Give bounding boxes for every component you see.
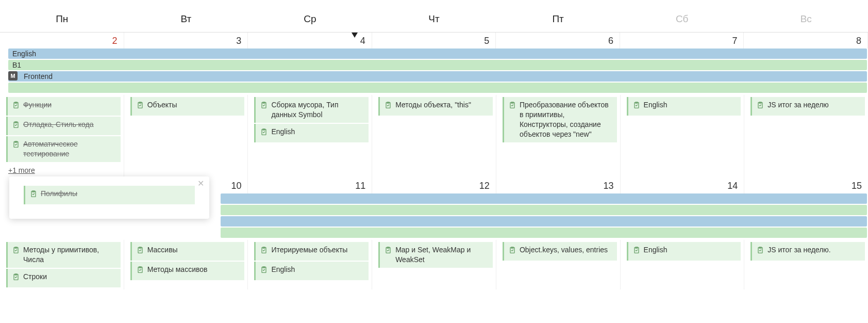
task-card[interactable]: Методы массивов (130, 262, 245, 280)
task-card[interactable]: Автоматическое тестирование (6, 136, 121, 162)
weekday-cell: Ср (248, 9, 372, 32)
task-card[interactable]: Отладка, Стиль кода (6, 117, 121, 135)
more-tasks-link[interactable]: +1 more (8, 166, 35, 174)
day-cell[interactable]: Object.keys, values, entries (496, 240, 621, 289)
task-card[interactable]: Методы объекта, "this" (378, 97, 493, 116)
clipboard-check-icon (12, 273, 20, 283)
date-cell[interactable]: 7 (620, 33, 744, 49)
task-card[interactable]: JS итог за неделю. (750, 242, 865, 261)
day-cell[interactable]: English (621, 95, 745, 177)
project-bar-sub[interactable] (221, 228, 867, 238)
task-text: Методы массивов (147, 265, 241, 274)
project-bar-frontend[interactable] (221, 216, 867, 227)
date-cell[interactable]: 11 (248, 177, 372, 193)
task-card[interactable]: English (627, 242, 741, 261)
task-card[interactable]: Методы у примитивов, Числа (6, 242, 121, 268)
project-bar-b1[interactable]: B1 (8, 60, 867, 70)
clipboard-check-icon (756, 101, 764, 111)
task-card[interactable]: JS итог за неделю (750, 97, 865, 116)
clipboard-check-icon (508, 246, 516, 256)
clipboard-check-icon (29, 190, 38, 200)
day-cell[interactable]: Функции Отладка, Стиль кода Автоматическ… (0, 95, 124, 177)
weekday-cell: Пн (0, 9, 124, 32)
task-card[interactable]: Object.keys, values, entries (503, 242, 617, 261)
clipboard-check-icon (260, 246, 268, 256)
clipboard-check-icon (12, 140, 20, 150)
weekday-cell: Вт (124, 9, 248, 32)
task-card[interactable]: English (627, 97, 741, 116)
task-card[interactable]: English (254, 124, 369, 142)
weekday-cell: Вс (744, 9, 868, 32)
task-text: Object.keys, values, entries (520, 245, 613, 255)
clipboard-check-icon (260, 128, 268, 138)
date-cell[interactable]: 2 (0, 33, 124, 49)
clipboard-check-icon (384, 101, 392, 111)
task-card[interactable]: Сборка мусора, Тип данных Symbol (254, 97, 369, 123)
task-text: Отладка, Стиль кода (23, 120, 116, 130)
task-card[interactable]: Строки (6, 269, 121, 287)
date-row: 2 3 4 5 6 7 8 (0, 33, 868, 49)
task-text: Методы объекта, "this" (395, 100, 489, 110)
task-card[interactable]: Объекты (130, 97, 245, 116)
task-card[interactable]: Полифилы (24, 186, 195, 204)
task-text: Полифилы (41, 189, 191, 199)
clipboard-check-icon (260, 266, 268, 276)
clipboard-check-icon (136, 266, 144, 276)
clipboard-check-icon (508, 101, 516, 111)
day-cell[interactable]: Преобразование объектов в примитивы, Кон… (496, 95, 621, 177)
day-cell[interactable]: Объекты (124, 95, 248, 177)
clipboard-check-icon (12, 101, 20, 111)
project-bar-b1[interactable] (221, 205, 867, 215)
date-cell[interactable]: 8 (744, 33, 868, 49)
day-cell[interactable]: Итерируемые объекты English (248, 240, 372, 289)
task-text: Объекты (147, 100, 241, 110)
clipboard-check-icon (136, 101, 144, 111)
day-cell[interactable]: Методы объекта, "this" (372, 95, 496, 177)
tasks-row: Методы у примитивов, Числа Строки Массив… (0, 240, 868, 289)
task-card[interactable]: English (254, 262, 369, 280)
task-text: Автоматическое тестирование (23, 139, 116, 159)
weekday-header-row: Пн Вт Ср Чт Пт Сб Вс (0, 0, 868, 33)
day-cell[interactable]: Методы у примитивов, Числа Строки (0, 240, 124, 289)
task-card[interactable]: Map и Set, WeakMap и WeakSet (378, 242, 493, 268)
task-text: English (271, 127, 364, 137)
project-bar-sub[interactable] (8, 83, 867, 93)
task-card[interactable]: Функции (6, 97, 121, 116)
task-card[interactable]: Преобразование объектов в примитивы, Кон… (503, 97, 617, 142)
date-cell[interactable]: 12 (372, 177, 496, 193)
task-text: JS итог за неделю. (767, 245, 861, 255)
task-card[interactable]: Массивы (130, 242, 245, 261)
date-cell[interactable]: 5 (372, 33, 496, 49)
task-text: Преобразование объектов в примитивы, Кон… (520, 100, 613, 139)
clipboard-check-icon (632, 246, 641, 256)
day-cell[interactable]: Map и Set, WeakMap и WeakSet (372, 240, 496, 289)
weekday-cell: Чт (372, 9, 496, 32)
date-cell[interactable]: 3 (124, 33, 248, 49)
clipboard-check-icon (632, 101, 641, 111)
project-bar-english[interactable] (221, 193, 867, 204)
task-card[interactable]: Итерируемые объекты (254, 242, 369, 261)
clipboard-check-icon (260, 101, 268, 111)
day-cell[interactable]: English (621, 240, 745, 289)
day-cell[interactable]: JS итог за неделю. (744, 240, 868, 289)
day-cell[interactable]: Сборка мусора, Тип данных Symbol English (248, 95, 372, 177)
clipboard-check-icon (384, 246, 392, 256)
day-cell[interactable]: JS итог за неделю (744, 95, 868, 177)
milestone-badge[interactable]: M (8, 71, 18, 80)
close-icon[interactable]: ✕ (197, 180, 204, 188)
date-cell[interactable]: 13 (496, 177, 621, 193)
task-text: Методы у примитивов, Числа (23, 245, 116, 265)
task-text: Итерируемые объекты (271, 245, 364, 255)
date-cell[interactable]: 6 (496, 33, 620, 49)
task-text: English (271, 265, 364, 274)
clipboard-check-icon (12, 121, 20, 131)
date-cell[interactable]: 14 (621, 177, 745, 193)
project-bar-english[interactable]: English (8, 49, 867, 59)
overflow-popover: ✕ Полифилы (9, 176, 209, 219)
day-cell[interactable]: Массивы Методы массивов (124, 240, 248, 289)
clipboard-check-icon (12, 246, 20, 256)
tasks-row: Функции Отладка, Стиль кода Автоматическ… (0, 95, 868, 177)
date-cell[interactable]: 15 (744, 177, 868, 193)
task-text: Map и Set, WeakMap и WeakSet (395, 245, 489, 265)
project-bar-frontend[interactable]: Frontend (8, 71, 867, 82)
